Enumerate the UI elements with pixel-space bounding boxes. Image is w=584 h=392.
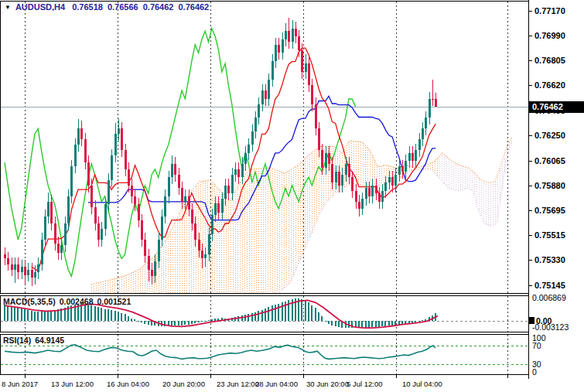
svg-text:5 Jul 12:00: 5 Jul 12:00 [347,380,382,388]
ohlc-open: 0.76518 [72,2,103,12]
macd-name: MACD(5,35,5) [3,297,56,306]
svg-text:0.75515: 0.75515 [534,230,565,240]
svg-text:0.76250: 0.76250 [534,131,565,140]
rsi-panel [1,345,528,365]
rsi-axis: 10070300 [532,333,546,377]
svg-text:30 Jun 20:00: 30 Jun 20:00 [306,380,349,388]
svg-text:23 Jun 12:00: 23 Jun 12:00 [217,380,259,388]
svg-text:10 Jul 04:00: 10 Jul 04:00 [402,380,442,388]
chart-window: 0.771700.769900.768050.766200.764350.762… [0,0,584,392]
tenkan-sen-line [32,48,436,271]
svg-text:8 Jun 2017: 8 Jun 2017 [2,380,38,388]
svg-text:0.76805: 0.76805 [534,56,565,65]
svg-text:0.75880: 0.75880 [534,181,565,190]
ohlc-low: 0.76462 [143,2,174,12]
rsi-value: 64.9145 [35,336,64,345]
rsi-name: RSI(14) [3,336,31,345]
main-chart-layer [1,18,528,308]
chart-title-bar: ▼AUDUSD,H4 0.765180.765660.764620.76462 [5,2,213,12]
macd-axis: 0.006869-0.0031230.00 [529,293,569,332]
symbol-dropdown-icon[interactable]: ▼ [5,4,11,11]
svg-text:0.75330: 0.75330 [534,255,565,264]
rsi-indicator-label: RSI(14)64.9145 [3,336,68,345]
ohlc-high: 0.76566 [108,2,138,12]
candlestick-layer [4,18,437,286]
svg-text:0: 0 [532,367,537,377]
svg-text:16 Jun 04:00: 16 Jun 04:00 [107,380,149,388]
svg-text:28 Jun 04:00: 28 Jun 04:00 [255,380,298,388]
time-axis: 8 Jun 201713 Jun 12:0016 Jun 04:0020 Jun… [2,375,508,388]
svg-text:0.76620: 0.76620 [534,80,565,90]
svg-text:0.75695: 0.75695 [534,206,565,215]
svg-text:20 Jun 20:00: 20 Jun 20:00 [162,380,205,388]
svg-text:13 Jun 12:00: 13 Jun 12:00 [51,380,94,388]
symbol-period: AUDUSD,H4 [15,2,65,12]
macd-main-value: 0.002468 [60,297,94,306]
macd-indicator-label: MACD(5,35,5)0.0024680.001521 [3,297,135,306]
macd-signal-value: 0.001521 [97,297,131,306]
svg-text:0.006869: 0.006869 [532,293,566,302]
svg-text:0.76462: 0.76462 [532,102,563,111]
svg-text:70: 70 [532,341,541,350]
ohlc-close: 0.76462 [178,2,209,12]
svg-text:0.75145: 0.75145 [534,281,565,290]
chart-canvas[interactable]: 0.771700.769900.768050.766200.764350.762… [0,0,584,392]
price-axis: 0.771700.769900.768050.766200.764350.762… [528,6,584,290]
svg-text:0.76065: 0.76065 [534,156,565,165]
svg-text:0.76990: 0.76990 [534,31,565,40]
svg-text:0.00: 0.00 [536,316,552,326]
svg-text:0.77170: 0.77170 [534,6,565,15]
